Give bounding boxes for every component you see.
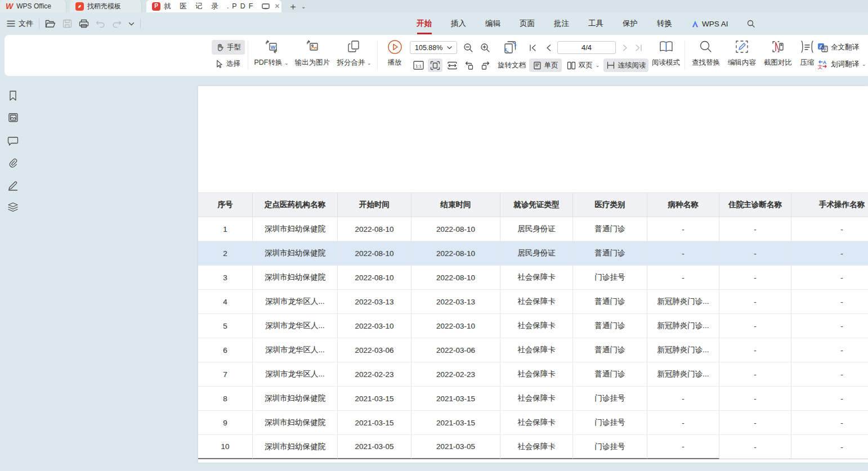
pdf-convert-button[interactable]: W PDF转换 ⌄ xyxy=(252,38,290,73)
table-cell: 社会保障卡 xyxy=(500,266,573,290)
table-cell: - xyxy=(719,338,791,362)
read-mode-button[interactable]: 阅读模式 xyxy=(650,38,682,73)
prev-page-button[interactable] xyxy=(543,41,554,54)
rotate-left-button[interactable] xyxy=(462,59,476,72)
one-to-one-icon: 1:1 xyxy=(413,61,424,70)
table-cell: 门诊挂号 xyxy=(573,266,647,290)
table-cell: - xyxy=(791,362,868,387)
read-mode-label: 阅读模式 xyxy=(652,58,680,68)
menu-item-edit[interactable]: 编辑 xyxy=(484,16,502,31)
select-tool-button[interactable]: 选择 xyxy=(212,56,244,71)
menu-item-insert[interactable]: 插入 xyxy=(450,16,467,31)
table-cell: 深圳市妇幼保健院 xyxy=(253,435,338,459)
menu-item-protect[interactable]: 保护 xyxy=(621,16,639,31)
zoom-level-select[interactable]: 105.88% xyxy=(410,41,457,54)
document-workspace: 序号定点医药机构名称开始时间结束时间就诊凭证类型医疗类别病种名称住院主诊断名称手… xyxy=(0,76,868,471)
sidebar-comment-icon[interactable] xyxy=(7,134,19,147)
fit-page-button[interactable] xyxy=(428,59,442,72)
quickbar-chevron-icon[interactable] xyxy=(128,22,135,26)
tab-document-pdf[interactable]: P 就 医 记 录 .PDF ✕ xyxy=(146,0,281,12)
split-merge-button[interactable]: 拆分合并 ⌄ xyxy=(334,38,374,73)
wps-ai-logo-icon xyxy=(691,20,699,28)
page-number-input[interactable] xyxy=(557,41,616,54)
edit-content-button[interactable]: 编辑内容 xyxy=(725,38,759,73)
rotate-document-icon-button[interactable] xyxy=(501,39,520,56)
table-cell: - xyxy=(719,387,791,411)
next-page-button[interactable] xyxy=(619,41,630,54)
single-page-button[interactable]: 单页 xyxy=(529,59,562,72)
undo-icon[interactable] xyxy=(96,20,105,28)
actual-size-button[interactable]: 1:1 xyxy=(411,59,426,72)
svg-text:文: 文 xyxy=(818,64,823,69)
hand-tool-button[interactable]: 手型 xyxy=(212,40,245,55)
new-tab-button[interactable]: ＋ xyxy=(288,0,298,13)
file-menu-button[interactable]: 文件 xyxy=(7,19,33,29)
pdf-page: 序号定点医药机构名称开始时间结束时间就诊凭证类型医疗类别病种名称住院主诊断名称手… xyxy=(198,86,868,463)
last-page-button[interactable] xyxy=(633,41,644,54)
word-translate-icon: A文 xyxy=(817,59,828,69)
tab-wps-office[interactable]: W WPS Office xyxy=(0,0,66,12)
table-cell: 2022-02-23 xyxy=(338,362,411,387)
fit-width-icon xyxy=(447,61,458,70)
chevron-down-icon: ⌄ xyxy=(596,62,600,68)
table-header-cell: 定点医药机构名称 xyxy=(253,192,338,217)
table-cell: 2022-08-10 xyxy=(411,266,500,290)
first-page-button[interactable] xyxy=(527,41,538,54)
sidebar-bookmark-icon[interactable] xyxy=(7,89,19,102)
compress-button[interactable]: 压缩 xyxy=(796,38,818,73)
fit-width-button[interactable] xyxy=(445,59,459,72)
table-row: 7深圳市龙华区人...2022-02-232022-02-23社会保障卡普通门诊… xyxy=(198,362,868,387)
tab-list-chevron-icon[interactable]: ⌄ xyxy=(301,3,306,10)
sidebar-attachment-icon[interactable] xyxy=(7,157,19,169)
rotate-document-label[interactable]: 旋转文档 xyxy=(498,61,526,70)
sidebar-thumbnail-icon[interactable] xyxy=(7,111,19,124)
table-cell: - xyxy=(647,387,719,411)
export-image-button[interactable]: 输出为图片 xyxy=(293,38,332,73)
double-page-button[interactable]: 双页 ⌄ xyxy=(565,59,601,72)
find-replace-label: 查找替换 xyxy=(692,58,720,68)
find-replace-icon xyxy=(699,38,713,55)
word-translate-button[interactable]: A文 划词翻译 ⌄ xyxy=(817,57,866,71)
tab-docer-template[interactable]: 找稻壳模板 xyxy=(70,0,142,12)
screenshot-compare-icon xyxy=(771,38,785,55)
screenshot-compare-button[interactable]: 截图对比 xyxy=(761,38,795,73)
open-file-icon[interactable] xyxy=(45,19,56,28)
export-image-label: 输出为图片 xyxy=(295,58,330,68)
print-icon[interactable] xyxy=(79,19,89,28)
menu-item-wps-ai[interactable]: WPS AI xyxy=(690,17,730,30)
zoom-out-button[interactable] xyxy=(462,41,475,54)
table-cell: - xyxy=(791,290,868,314)
play-button[interactable]: 播放 xyxy=(382,38,408,73)
table-cell: 1 xyxy=(198,217,253,241)
table-cell: 2022-08-10 xyxy=(411,241,500,266)
sidebar-signature-icon[interactable] xyxy=(7,179,19,191)
menu-search-icon[interactable] xyxy=(746,19,755,28)
table-cell: - xyxy=(791,314,868,338)
sidebar-layers-icon[interactable] xyxy=(7,201,19,213)
menu-item-tools[interactable]: 工具 xyxy=(587,16,605,31)
redo-icon[interactable] xyxy=(112,20,122,28)
pdf-logo-icon: P xyxy=(152,2,160,11)
table-cell: 3 xyxy=(198,266,253,290)
table-header-cell: 医疗类别 xyxy=(573,192,647,217)
menu-item-page[interactable]: 页面 xyxy=(518,16,536,31)
menu-item-convert[interactable]: 转换 xyxy=(656,16,673,31)
save-icon[interactable] xyxy=(62,19,72,28)
cast-screen-icon[interactable] xyxy=(262,3,270,10)
continuous-read-button[interactable]: 连续阅读 xyxy=(603,59,648,72)
menu-item-home[interactable]: 开始 xyxy=(415,16,433,31)
close-tab-icon[interactable]: ✕ xyxy=(274,2,280,10)
table-cell: - xyxy=(791,411,868,435)
table-row: 6深圳市龙华区人...2022-03-062022-03-06社会保障卡普通门诊… xyxy=(198,338,868,362)
full-translate-button[interactable]: A字 全文翻译 xyxy=(817,41,859,54)
compress-icon xyxy=(800,38,815,55)
table-cell: - xyxy=(719,435,791,459)
rotate-right-button[interactable] xyxy=(478,59,493,72)
table-cell: 2022-08-10 xyxy=(338,266,411,290)
table-cell: 2021-03-15 xyxy=(338,411,411,435)
zoom-in-button[interactable] xyxy=(478,41,492,54)
table-header-cell: 开始时间 xyxy=(338,192,411,217)
menu-item-annotate[interactable]: 批注 xyxy=(553,16,570,31)
find-replace-button[interactable]: 查找替换 xyxy=(689,38,723,73)
table-cell: 2022-03-10 xyxy=(338,314,411,338)
